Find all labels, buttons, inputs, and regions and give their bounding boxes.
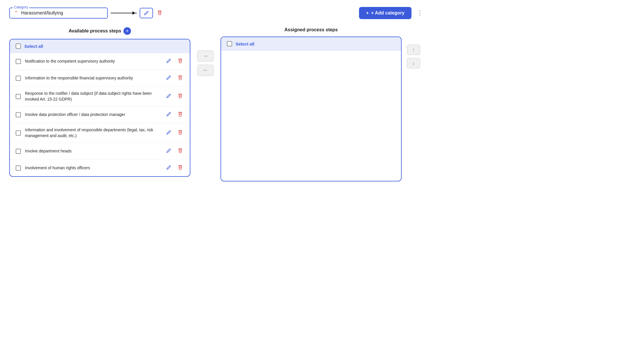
- available-select-all-row[interactable]: Select all: [10, 39, 190, 53]
- step-delete-button[interactable]: [176, 164, 184, 172]
- pencil-icon: [166, 75, 171, 80]
- more-options-button[interactable]: ⋮: [414, 8, 425, 18]
- transfer-buttons-area: → ←: [190, 50, 221, 76]
- pencil-icon: [166, 112, 171, 117]
- category-value: Harassment/bullying: [21, 10, 103, 16]
- available-step-item: Information and involvement of responsib…: [10, 123, 190, 143]
- trash-icon: [178, 130, 183, 135]
- step-edit-button[interactable]: [165, 164, 172, 172]
- edit-category-button[interactable]: [140, 8, 153, 18]
- assigned-select-all-row[interactable]: Select all: [221, 37, 401, 51]
- pencil-icon: [166, 165, 171, 170]
- available-panel-title-text: Available process steps: [69, 28, 121, 34]
- trash-icon: [157, 10, 162, 15]
- step-delete-button[interactable]: [176, 57, 184, 65]
- available-step-item: Notification to the competent supervisor…: [10, 53, 190, 70]
- step-text: Information to the responsible financial…: [25, 75, 161, 81]
- step-text: Response to the notifier / data subject …: [25, 91, 161, 102]
- add-category-button[interactable]: + + Add category: [359, 7, 411, 19]
- assigned-panel-box: Select all: [221, 37, 402, 181]
- more-dots-icon: ⋮: [417, 9, 423, 17]
- step-checkbox[interactable]: [16, 59, 21, 64]
- category-row: Category ⌃ Harassment/bullying + + Add c…: [9, 7, 425, 19]
- move-up-button[interactable]: ↑: [407, 45, 420, 55]
- transfer-backward-button[interactable]: ←: [197, 65, 214, 76]
- assigned-select-all-checkbox[interactable]: [227, 41, 232, 46]
- step-edit-button[interactable]: [165, 74, 172, 82]
- available-select-all-label: Select all: [24, 44, 43, 49]
- order-buttons-area: ↑ ↓: [402, 45, 425, 68]
- black-arrow-icon: [111, 13, 137, 13]
- main-content: Available process steps + Select all Not…: [9, 27, 425, 181]
- step-delete-button[interactable]: [176, 147, 184, 155]
- move-down-button[interactable]: ↓: [407, 58, 420, 68]
- step-checkbox[interactable]: [16, 112, 21, 117]
- arrow-left-icon: ←: [203, 67, 208, 73]
- step-delete-button[interactable]: [176, 129, 184, 137]
- available-step-item: Involve department heads: [10, 143, 190, 160]
- step-text: Involve department heads: [25, 148, 161, 154]
- step-edit-button[interactable]: [165, 92, 172, 101]
- arrow-up-icon: ↑: [412, 47, 415, 52]
- step-delete-button[interactable]: [176, 92, 184, 101]
- transfer-forward-button[interactable]: →: [197, 50, 214, 62]
- add-category-label: + Add category: [371, 10, 405, 16]
- available-step-item: Response to the notifier / data subject …: [10, 87, 190, 106]
- available-step-item: Involvement of human rights officers: [10, 160, 190, 176]
- pencil-icon: [144, 10, 149, 16]
- category-label: Category: [13, 5, 29, 9]
- step-text: Notification to the competent supervisor…: [25, 59, 161, 64]
- available-panel-title: Available process steps +: [9, 27, 190, 35]
- step-edit-button[interactable]: [165, 129, 172, 137]
- step-checkbox[interactable]: [16, 165, 21, 171]
- step-text: Involve data protection officer / data p…: [25, 112, 161, 118]
- available-steps-list: Notification to the competent supervisor…: [10, 53, 190, 176]
- arrow-indicator: [111, 13, 137, 13]
- pencil-icon: [166, 58, 171, 63]
- chevron-up-icon: ⌃: [14, 10, 18, 16]
- step-checkbox[interactable]: [16, 130, 21, 136]
- pencil-icon: [166, 130, 171, 135]
- step-edit-button[interactable]: [165, 57, 172, 65]
- step-checkbox[interactable]: [16, 76, 21, 81]
- step-checkbox[interactable]: [16, 149, 21, 154]
- step-text: Information and involvement of responsib…: [25, 127, 161, 139]
- available-step-item: Involve data protection officer / data p…: [10, 106, 190, 123]
- add-category-plus-icon: +: [366, 10, 369, 16]
- trash-icon: [178, 165, 183, 170]
- trash-icon: [178, 112, 183, 117]
- delete-category-button[interactable]: [156, 9, 163, 17]
- assigned-select-all-label: Select all: [236, 41, 254, 46]
- step-checkbox[interactable]: [16, 94, 21, 99]
- assigned-panel: Assigned process steps Select all: [221, 27, 402, 181]
- trash-icon: [178, 93, 183, 99]
- trash-icon: [178, 148, 183, 153]
- add-step-button[interactable]: +: [123, 27, 131, 35]
- assigned-panel-title-text: Assigned process steps: [284, 27, 338, 32]
- arrow-down-icon: ↓: [412, 61, 415, 65]
- pencil-icon: [166, 93, 171, 99]
- pencil-icon: [166, 148, 171, 153]
- step-text: Involvement of human rights officers: [25, 165, 161, 171]
- step-edit-button[interactable]: [165, 110, 172, 119]
- available-panel-box: Select all Notification to the competent…: [9, 39, 190, 177]
- step-delete-button[interactable]: [176, 74, 184, 82]
- available-select-all-checkbox[interactable]: [16, 43, 21, 49]
- assigned-steps-list: [221, 51, 401, 172]
- trash-icon: [178, 58, 183, 63]
- arrow-right-icon: →: [203, 53, 208, 59]
- assigned-panel-title: Assigned process steps: [221, 27, 402, 32]
- category-field: Category ⌃ Harassment/bullying: [9, 8, 108, 19]
- step-edit-button[interactable]: [165, 147, 172, 155]
- available-step-item: Information to the responsible financial…: [10, 70, 190, 87]
- step-delete-button[interactable]: [176, 110, 184, 119]
- trash-icon: [178, 75, 183, 80]
- available-panel: Available process steps + Select all Not…: [9, 27, 190, 177]
